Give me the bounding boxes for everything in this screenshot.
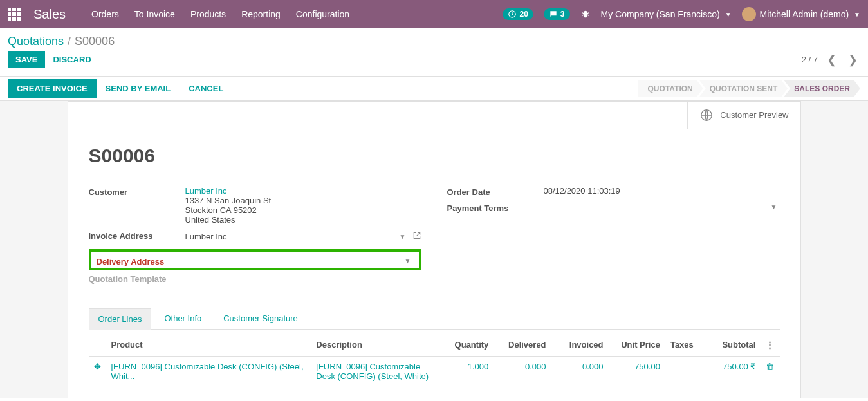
form-grid: Customer Lumber Inc 1337 N San Joaquin S…	[89, 186, 780, 289]
user-menu[interactable]: Mitchell Admin (demo)▼	[742, 7, 860, 21]
button-box: Customer Preview	[68, 102, 800, 129]
cell-subtotal: 750.00 ₹	[704, 357, 761, 387]
address-line-3: United States	[185, 215, 421, 225]
cell-delivered[interactable]: 0.000	[494, 357, 551, 387]
order-lines-table: Product Description Quantity Delivered I…	[89, 333, 780, 386]
order-title: S00006	[89, 145, 780, 167]
cell-taxes[interactable]	[665, 357, 704, 387]
caret-down-icon[interactable]: ▼	[397, 233, 409, 240]
invoice-address-field[interactable]: Lumber Inc ▼	[185, 230, 421, 244]
invoice-address-row: Invoice Address Lumber Inc ▼	[89, 230, 421, 244]
invoice-address-label: Invoice Address	[89, 230, 185, 241]
customer-preview-label: Customer Preview	[720, 110, 788, 121]
delivery-address-label: Delivery Address	[97, 256, 188, 266]
form-col-left: Customer Lumber Inc 1337 N San Joaquin S…	[89, 186, 421, 289]
nav-item-reporting[interactable]: Reporting	[241, 9, 281, 19]
delivery-address-field[interactable]: ▼	[188, 256, 414, 266]
globe-icon	[699, 108, 714, 122]
table-row[interactable]: ✥ [FURN_0096] Customizable Desk (CONFIG)…	[89, 357, 780, 387]
caret-down-icon: ▼	[725, 11, 732, 18]
external-link-icon[interactable]	[412, 231, 421, 242]
action-bar: SAVE DISCARD 2 / 7 ❮ ❯	[0, 51, 868, 76]
tab-order-lines[interactable]: Order Lines	[89, 308, 152, 330]
status-sales-order[interactable]: SALES ORDER	[784, 80, 860, 97]
col-unit-price: Unit Price	[609, 333, 665, 357]
col-handle	[89, 333, 106, 357]
customer-value: Lumber Inc 1337 N San Joaquin St Stockto…	[185, 186, 421, 225]
messages-count: 3	[560, 10, 565, 19]
customer-link[interactable]: Lumber Inc	[185, 186, 421, 196]
cell-unit-price[interactable]: 750.00	[609, 357, 665, 387]
status-actions: CREATE INVOICE SEND BY EMAIL CANCEL	[8, 79, 232, 98]
customer-row: Customer Lumber Inc 1337 N San Joaquin S…	[89, 186, 421, 225]
nav-menu: Orders To Invoice Products Reporting Con…	[91, 9, 503, 19]
payment-terms-row: Payment Terms ▼	[447, 202, 780, 213]
status-flow: QUOTATION QUOTATION SENT SALES ORDER	[638, 80, 860, 97]
breadcrumb-current: S00006	[75, 35, 115, 48]
form-area: Customer Preview S00006 Customer Lumber …	[0, 100, 868, 398]
nav-item-products[interactable]: Products	[190, 9, 226, 19]
cell-quantity[interactable]: 1.000	[436, 357, 494, 387]
col-taxes: Taxes	[665, 333, 704, 357]
delete-row-icon[interactable]: 🗑	[761, 357, 779, 387]
quotation-template-label: Quotation Template	[89, 273, 185, 284]
nav-right: 20 3 My Company (San Francisco)▼ Mitchel…	[503, 7, 860, 21]
nav-item-orders[interactable]: Orders	[91, 9, 119, 19]
create-invoice-button[interactable]: CREATE INVOICE	[8, 79, 97, 98]
breadcrumb-root[interactable]: Quotations	[8, 35, 64, 48]
col-invoiced: Invoiced	[551, 333, 609, 357]
activities-count: 20	[519, 10, 528, 19]
tab-other-info[interactable]: Other Info	[155, 308, 210, 329]
form-col-right: Order Date 08/12/2020 11:03:19 Payment T…	[447, 186, 780, 289]
col-options[interactable]: ⋮	[761, 333, 779, 357]
tabs: Order Lines Other Info Customer Signatur…	[89, 308, 780, 330]
user-name-text: Mitchell Admin (demo)	[760, 9, 849, 19]
breadcrumb-separator: /	[68, 35, 71, 48]
company-name-text: My Company (San Francisco)	[601, 9, 720, 19]
apps-icon[interactable]	[8, 8, 21, 21]
status-bar: CREATE INVOICE SEND BY EMAIL CANCEL QUOT…	[0, 76, 868, 100]
address-line-1: 1337 N San Joaquin St	[185, 196, 421, 205]
send-email-button[interactable]: SEND BY EMAIL	[97, 79, 180, 98]
payment-terms-label: Payment Terms	[447, 202, 544, 213]
company-selector[interactable]: My Company (San Francisco)▼	[601, 9, 732, 19]
col-description: Description	[311, 333, 436, 357]
order-date-row: Order Date 08/12/2020 11:03:19	[447, 186, 780, 197]
nav-item-to-invoice[interactable]: To Invoice	[134, 9, 175, 19]
invoice-address-value: Lumber Inc	[185, 232, 227, 241]
customer-label: Customer	[89, 186, 185, 197]
pager-prev[interactable]: ❮	[824, 53, 839, 67]
pager: 2 / 7 ❮ ❯	[802, 53, 860, 67]
payment-terms-field[interactable]: ▼	[544, 202, 780, 212]
top-nav: Sales Orders To Invoice Products Reporti…	[0, 0, 868, 28]
breadcrumb: Quotations / S00006	[0, 28, 868, 51]
activities-badge[interactable]: 20	[503, 8, 533, 20]
caret-down-icon[interactable]: ▼	[402, 257, 414, 265]
cancel-button[interactable]: CANCEL	[180, 79, 232, 98]
status-quotation-sent[interactable]: QUOTATION SENT	[699, 80, 788, 97]
discard-button[interactable]: DISCARD	[45, 51, 98, 68]
debug-icon[interactable]	[580, 9, 591, 19]
col-quantity: Quantity	[436, 333, 494, 357]
messages-badge[interactable]: 3	[544, 8, 570, 20]
col-product: Product	[106, 333, 311, 357]
order-date-value: 08/12/2020 11:03:19	[544, 186, 780, 196]
pager-text: 2 / 7	[802, 55, 818, 64]
sheet-body: S00006 Customer Lumber Inc 1337 N San Jo…	[68, 129, 800, 398]
pager-next[interactable]: ❯	[845, 53, 860, 67]
quotation-template-row: Quotation Template	[89, 273, 421, 284]
drag-handle-icon[interactable]: ✥	[89, 357, 106, 387]
caret-down-icon: ▼	[854, 11, 860, 18]
customer-preview-button[interactable]: Customer Preview	[687, 102, 800, 129]
cell-product[interactable]: [FURN_0096] Customizable Desk (CONFIG) (…	[106, 357, 311, 387]
cell-description[interactable]: [FURN_0096] Customizable Desk (CONFIG) (…	[311, 357, 436, 387]
form-sheet: Customer Preview S00006 Customer Lumber …	[68, 101, 801, 398]
tab-customer-signature[interactable]: Customer Signature	[214, 308, 307, 329]
app-title[interactable]: Sales	[33, 7, 66, 22]
status-quotation[interactable]: QUOTATION	[638, 80, 703, 97]
caret-down-icon[interactable]: ▼	[768, 203, 780, 210]
table-header-row: Product Description Quantity Delivered I…	[89, 333, 780, 357]
save-button[interactable]: SAVE	[8, 51, 45, 68]
cell-invoiced[interactable]: 0.000	[551, 357, 609, 387]
nav-item-configuration[interactable]: Configuration	[296, 9, 349, 19]
